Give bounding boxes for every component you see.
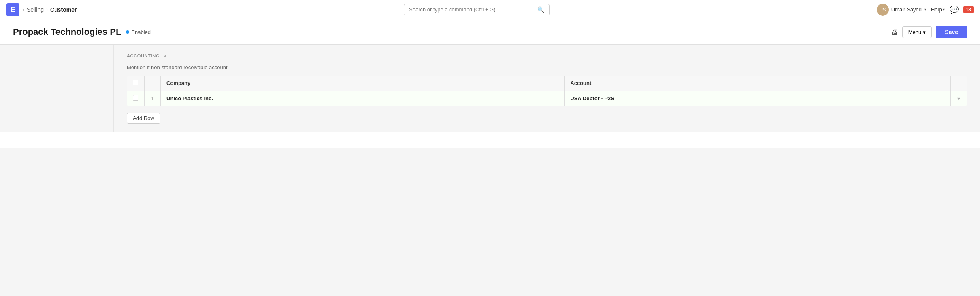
content-layout: ACCOUNTING ▲ Mention if non-standard rec… — [0, 45, 980, 132]
header-checkbox[interactable] — [133, 80, 138, 85]
left-panel — [0, 45, 113, 132]
app-logo[interactable]: E — [6, 3, 19, 16]
collapse-icon[interactable]: ▲ — [163, 53, 168, 59]
row-action-cell: ▾ — [951, 91, 967, 106]
avatar-initials: US — [880, 7, 886, 12]
notification-badge[interactable]: 18 — [963, 6, 974, 13]
save-button[interactable]: Save — [936, 26, 967, 38]
header-row-num — [145, 76, 161, 91]
print-button[interactable]: 🖨 — [891, 28, 898, 36]
page-header: Propack Technologies PL Enabled 🖨 Menu ▾… — [0, 19, 980, 45]
breadcrumb: › Selling › Customer — [23, 6, 77, 13]
help-chevron-icon: ▾ — [943, 7, 945, 12]
search-area: 🔍 — [80, 4, 873, 15]
header-action — [951, 76, 967, 91]
row-checkbox-cell — [127, 91, 145, 106]
row-company[interactable]: Unico Plastics Inc. — [161, 91, 565, 106]
status-label: Enabled — [131, 29, 151, 35]
menu-chevron-icon: ▾ — [923, 29, 926, 35]
main-content: ACCOUNTING ▲ Mention if non-standard rec… — [0, 45, 980, 296]
status-dot — [126, 30, 129, 34]
breadcrumb-sep-1: › — [23, 7, 24, 13]
menu-label: Menu — [908, 29, 922, 35]
row-dropdown-icon[interactable]: ▾ — [957, 95, 960, 102]
accounting-label: ACCOUNTING — [127, 53, 160, 58]
bottom-section — [0, 132, 980, 148]
search-icon: 🔍 — [537, 6, 544, 13]
chat-icon[interactable]: 💬 — [950, 5, 959, 14]
row-number: 1 — [145, 91, 161, 106]
add-row-button[interactable]: Add Row — [127, 113, 160, 124]
accounting-table: Company Account 1 Unico Plastics Inc. US… — [127, 75, 967, 106]
menu-button[interactable]: Menu ▾ — [902, 26, 932, 38]
navbar: E › Selling › Customer 🔍 US Umair Sayed … — [0, 0, 980, 19]
accounting-hint: Mention if non-standard receivable accou… — [127, 64, 967, 70]
navbar-right: US Umair Sayed ▾ Help ▾ 💬 18 — [877, 4, 974, 16]
header-checkbox-cell — [127, 76, 145, 91]
page-actions: 🖨 Menu ▾ Save — [891, 26, 967, 38]
help-label: Help — [931, 6, 942, 13]
breadcrumb-selling[interactable]: Selling — [27, 6, 44, 13]
row-checkbox[interactable] — [133, 95, 138, 101]
status-badge: Enabled — [126, 29, 151, 35]
table-row: 1 Unico Plastics Inc. USA Debtor - P2S ▾ — [127, 91, 967, 106]
breadcrumb-customer[interactable]: Customer — [50, 6, 77, 13]
search-box: 🔍 — [404, 4, 550, 15]
header-company: Company — [161, 76, 565, 91]
right-panel: ACCOUNTING ▲ Mention if non-standard rec… — [113, 45, 980, 132]
row-account[interactable]: USA Debtor - P2S — [565, 91, 951, 106]
table-header-row: Company Account — [127, 76, 967, 91]
header-account: Account — [565, 76, 951, 91]
page-title: Propack Technologies PL — [13, 27, 121, 37]
add-row-area: Add Row — [127, 110, 967, 124]
user-name: Umair Sayed — [891, 6, 922, 13]
avatar: US — [877, 4, 889, 16]
chevron-down-icon: ▾ — [924, 7, 926, 12]
page-title-area: Propack Technologies PL Enabled — [13, 27, 151, 37]
help-button[interactable]: Help ▾ — [931, 6, 945, 13]
user-menu[interactable]: US Umair Sayed ▾ — [877, 4, 926, 16]
breadcrumb-sep-2: › — [46, 7, 48, 13]
accounting-section-header: ACCOUNTING ▲ — [127, 53, 967, 59]
search-input[interactable] — [409, 6, 534, 13]
